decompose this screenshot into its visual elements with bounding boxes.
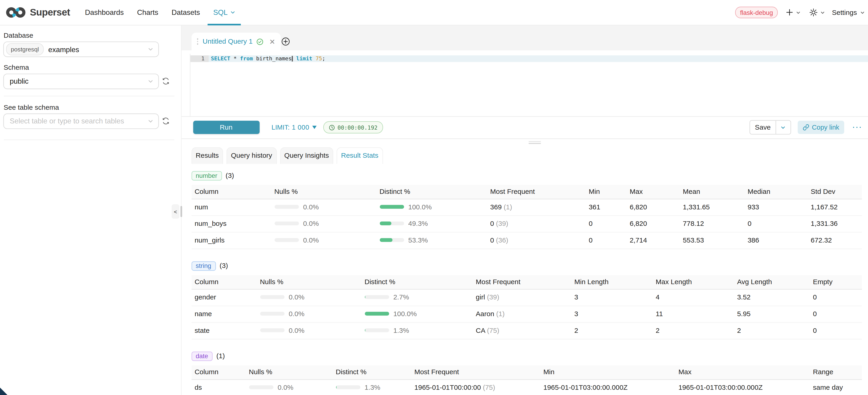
more-actions-button[interactable] [852, 127, 862, 128]
cell: 5.95 [734, 306, 810, 322]
section-header: string(3) [191, 261, 868, 270]
check-circle-icon [256, 38, 264, 45]
cell: 3 [571, 289, 652, 306]
drag-handle-icon[interactable] [197, 38, 198, 45]
collapse-sidebar-button[interactable]: < [172, 204, 179, 219]
nav-item-charts[interactable]: Charts [137, 0, 158, 25]
column-header: Min [585, 185, 626, 199]
cell: 0 [809, 306, 862, 322]
column-header: Empty [809, 275, 862, 289]
percent-bar [260, 328, 284, 332]
cell: 2.7% [361, 289, 472, 306]
chevron-down-icon [860, 10, 865, 14]
chevron-down-icon [148, 79, 153, 84]
table-row: num_boys0.0%49.3%0 (39)06,820778.1201,33… [191, 215, 862, 232]
column-count: (1) [216, 352, 225, 360]
column-header: Median [744, 185, 807, 199]
cell: 1,331.36 [807, 215, 862, 232]
table-schema-label: See table schema [4, 103, 59, 111]
chevron-down-icon[interactable] [820, 10, 825, 14]
tab-result-stats[interactable]: Result Stats [337, 147, 383, 164]
stats-table-date: ColumnNulls %Distinct %Most FrequentMinM… [191, 365, 862, 395]
refresh-schemas-icon[interactable] [162, 78, 169, 85]
schema-select[interactable]: public [3, 73, 159, 89]
tab-query-history[interactable]: Query history [226, 147, 277, 164]
database-type-tag: postgresql [6, 43, 44, 55]
query-tab-title: Untitled Query 1 [203, 38, 253, 45]
column-header: Range [809, 365, 862, 379]
cell: 3 [571, 306, 652, 322]
sql-editor[interactable]: 1 SELECT * from birth_names limit 75; [190, 54, 868, 116]
limit-label: LIMIT: [272, 123, 289, 131]
tab-results[interactable]: Results [191, 147, 223, 164]
new-item-button[interactable] [786, 9, 793, 16]
schema-label: Schema [4, 63, 29, 71]
percent-bar [365, 295, 389, 299]
nav-item-dashboards[interactable]: Dashboards [85, 0, 124, 25]
cell: 0 [585, 232, 626, 249]
settings-menu[interactable]: Settings [832, 9, 857, 17]
column-header: Min [540, 365, 675, 379]
chevron-down-icon[interactable] [796, 10, 800, 14]
sun-icon [809, 8, 817, 17]
copy-link-button[interactable]: Copy link [798, 120, 844, 134]
link-icon [802, 124, 809, 131]
nav-item-datasets[interactable]: Datasets [172, 0, 200, 25]
column-header: Nulls % [271, 185, 376, 199]
superset-logo[interactable]: Superset [5, 7, 70, 18]
cell: 1.3% [333, 379, 411, 395]
scrollbar-thumb[interactable] [180, 206, 182, 217]
save-button[interactable]: Save [750, 120, 775, 134]
close-tab-icon[interactable]: ✕ [269, 38, 275, 45]
tab-query-insights[interactable]: Query Insights [280, 147, 333, 164]
chevron-down-icon [148, 118, 153, 124]
cell: 0.0% [271, 232, 376, 249]
chevron-down-icon [230, 8, 236, 17]
cell: state [191, 322, 257, 339]
table-select[interactable]: Select table or type to search tables [3, 113, 159, 129]
cell: 3.52 [734, 289, 810, 306]
column-header: Mean [679, 185, 744, 199]
percent-bar [379, 221, 404, 225]
cell: 369 (1) [487, 199, 585, 216]
run-button[interactable]: Run [193, 120, 259, 134]
new-query-tab-button[interactable] [281, 37, 290, 46]
cell: 2 [734, 322, 810, 339]
cell: 386 [744, 232, 807, 249]
cell: 11 [652, 306, 734, 322]
cell: 100.0% [361, 306, 472, 322]
save-dropdown-button[interactable] [775, 120, 790, 134]
limit-dropdown[interactable]: LIMIT: 1 000 [272, 123, 316, 131]
pane-drag-handle[interactable] [529, 140, 541, 145]
clock-icon [329, 124, 335, 130]
database-select[interactable]: postgresql examples [3, 41, 159, 57]
theme-button[interactable] [809, 8, 817, 17]
cell: num [191, 199, 271, 216]
table-row: name0.0%100.0%Aaron (1)3115.950 [191, 306, 862, 322]
nav-menu: Dashboards Charts Datasets SQL [85, 0, 250, 25]
refresh-tables-icon[interactable] [162, 118, 169, 125]
cell: 778.12 [679, 215, 744, 232]
column-header: Most Frequent [411, 365, 540, 379]
query-tab[interactable]: Untitled Query 1 ✕ [191, 33, 281, 51]
table-row: state0.0%1.3%CA (75)2220 [191, 322, 862, 339]
cell: 1965-01-01T03:00:00.000Z [675, 379, 810, 395]
plus-icon [786, 9, 793, 16]
query-timer: 00:00:00.192 [323, 121, 383, 133]
cell: 100.0% [376, 199, 487, 216]
percent-bar [379, 205, 404, 209]
cell: 1.3% [361, 322, 472, 339]
column-header: Min Length [571, 275, 652, 289]
top-navbar: Superset Dashboards Charts Datasets SQL … [0, 0, 868, 25]
environment-badge: flask-debug [735, 7, 778, 18]
navbar-right: flask-debug Settings [735, 7, 865, 18]
cell: num_boys [191, 215, 271, 232]
database-value: examples [48, 45, 79, 53]
cell: 6,820 [626, 199, 680, 216]
nav-item-sql[interactable]: SQL [208, 0, 241, 25]
superset-sql-lab: Superset Dashboards Charts Datasets SQL … [0, 0, 868, 395]
divider [4, 139, 175, 140]
table-select-placeholder: Select table or type to search tables [9, 117, 124, 125]
percent-bar [336, 386, 360, 389]
timer-value: 00:00:00.192 [338, 124, 377, 130]
